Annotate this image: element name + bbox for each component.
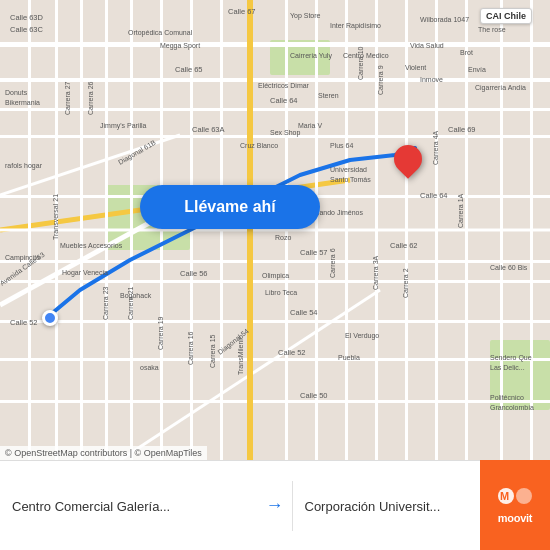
svg-text:Calle 64: Calle 64 xyxy=(420,191,448,200)
svg-text:Yop Store: Yop Store xyxy=(290,12,321,20)
svg-rect-22 xyxy=(105,0,108,460)
svg-text:Inter Rapidísimo: Inter Rapidísimo xyxy=(330,22,381,30)
svg-text:Carrera 4A: Carrera 4A xyxy=(432,130,439,165)
origin-point: Centro Comercial Galería... xyxy=(0,489,258,522)
svg-text:Calle 63C: Calle 63C xyxy=(10,25,44,34)
svg-text:Cairreria Yuly: Cairreria Yuly xyxy=(290,52,332,60)
svg-rect-36 xyxy=(530,0,533,460)
svg-text:Calle 62: Calle 62 xyxy=(390,241,418,250)
moovit-logo: M moovit xyxy=(480,460,550,550)
svg-text:Carrera 3A: Carrera 3A xyxy=(372,255,379,290)
svg-text:Wilborada 1047: Wilborada 1047 xyxy=(420,16,469,23)
end-pin xyxy=(392,145,424,185)
svg-text:Eléctricos Dimar: Eléctricos Dimar xyxy=(258,82,310,89)
svg-text:TransMilenio: TransMilenio xyxy=(237,335,244,375)
svg-text:Carrera 9: Carrera 9 xyxy=(377,65,384,95)
svg-text:Carrera 2: Carrera 2 xyxy=(402,268,409,298)
svg-text:Muebles Accesorios: Muebles Accesorios xyxy=(60,242,123,249)
svg-text:Hogar Venecia: Hogar Venecia xyxy=(62,269,108,277)
svg-text:Carrera 27: Carrera 27 xyxy=(64,81,71,115)
svg-rect-26 xyxy=(220,0,223,460)
svg-text:Calle 52: Calle 52 xyxy=(10,318,38,327)
svg-text:Libro Teca: Libro Teca xyxy=(265,289,297,296)
svg-text:El Verdugo: El Verdugo xyxy=(345,332,379,340)
svg-text:Calle 64: Calle 64 xyxy=(270,96,298,105)
svg-text:Carrera 23: Carrera 23 xyxy=(102,286,109,320)
svg-text:Cruz Blanco: Cruz Blanco xyxy=(240,142,278,149)
moovit-icon: M xyxy=(496,486,534,508)
svg-rect-24 xyxy=(160,0,163,460)
svg-text:Calle 67: Calle 67 xyxy=(228,7,256,16)
svg-text:Carrera 19: Carrera 19 xyxy=(157,316,164,350)
moovit-text: moovit xyxy=(498,512,532,524)
svg-text:Bogohack: Bogohack xyxy=(120,292,152,300)
svg-text:Calle 69: Calle 69 xyxy=(448,125,476,134)
svg-point-117 xyxy=(516,488,532,504)
svg-text:Calle 52: Calle 52 xyxy=(278,348,306,357)
svg-text:Megga Sport: Megga Sport xyxy=(160,42,200,50)
svg-text:Calle 60 Bis: Calle 60 Bis xyxy=(490,264,528,271)
origin-name: Centro Comercial Galería... xyxy=(12,499,246,514)
svg-text:Centro Medico: Centro Medico xyxy=(343,52,389,59)
svg-text:Grancolombía: Grancolombía xyxy=(490,404,534,411)
bottom-bar: Centro Comercial Galería... → Corporació… xyxy=(0,460,550,550)
svg-text:Bikermania: Bikermania xyxy=(5,99,40,106)
svg-text:Maria V: Maria V xyxy=(298,122,322,129)
svg-text:Vida Salud: Vida Salud xyxy=(410,42,444,49)
svg-text:Sendero Que: Sendero Que xyxy=(490,354,532,362)
svg-rect-30 xyxy=(345,0,348,460)
svg-text:Donuts: Donuts xyxy=(5,89,28,96)
svg-text:Calle 63D: Calle 63D xyxy=(10,13,44,22)
svg-text:Santo Tomás: Santo Tomás xyxy=(330,176,371,183)
svg-text:Puebla: Puebla xyxy=(338,354,360,361)
llevame-button[interactable]: Llévame ahí xyxy=(140,185,320,229)
svg-text:Campincito: Campincito xyxy=(5,254,40,262)
map-container: Calle 63D Calle 63C Calle 67 Calle 65 Ca… xyxy=(0,0,550,460)
svg-text:Carrera 6: Carrera 6 xyxy=(329,248,336,278)
svg-text:Brot: Brot xyxy=(460,49,473,56)
svg-text:Calle 57: Calle 57 xyxy=(300,248,328,257)
svg-rect-23 xyxy=(130,0,133,460)
svg-rect-19 xyxy=(28,0,31,460)
svg-text:Olimpica: Olimpica xyxy=(262,272,289,280)
svg-text:Carrera 15: Carrera 15 xyxy=(209,334,216,368)
svg-text:Carrera 26: Carrera 26 xyxy=(87,81,94,115)
svg-text:Inmove: Inmove xyxy=(420,76,443,83)
svg-text:Envía: Envía xyxy=(468,66,486,73)
svg-text:Cigarrería Andía: Cigarrería Andía xyxy=(475,84,526,92)
svg-text:Jimmy's Parilla: Jimmy's Parilla xyxy=(100,122,147,130)
svg-text:Calle 63A: Calle 63A xyxy=(192,125,225,134)
route-arrow-icon: → xyxy=(258,495,292,516)
svg-rect-35 xyxy=(500,0,503,460)
svg-text:osaka: osaka xyxy=(140,364,159,371)
svg-text:rafols hogar: rafols hogar xyxy=(5,162,43,170)
svg-text:Calle 50: Calle 50 xyxy=(300,391,328,400)
svg-text:Ortopédica Comunal: Ortopédica Comunal xyxy=(128,29,193,37)
svg-text:Transversal 21: Transversal 21 xyxy=(52,194,59,240)
svg-text:Calle 54: Calle 54 xyxy=(290,308,318,317)
start-pin xyxy=(42,310,58,326)
svg-text:The rose: The rose xyxy=(478,26,506,33)
svg-text:Sex Shop: Sex Shop xyxy=(270,129,300,137)
svg-text:Rozo: Rozo xyxy=(275,234,291,241)
svg-text:Carrera 16: Carrera 16 xyxy=(187,331,194,365)
svg-rect-33 xyxy=(435,0,438,460)
map-attribution: © OpenStreetMap contributors | © OpenMap… xyxy=(0,446,207,460)
svg-text:Calle 65: Calle 65 xyxy=(175,65,203,74)
svg-rect-28 xyxy=(285,0,288,460)
svg-text:Las Delic...: Las Delic... xyxy=(490,364,525,371)
svg-text:M: M xyxy=(500,490,509,502)
svg-text:Calle 56: Calle 56 xyxy=(180,269,208,278)
svg-text:Steren: Steren xyxy=(318,92,339,99)
cai-chile-label: CAI Chile xyxy=(480,8,532,24)
svg-text:Violent: Violent xyxy=(405,64,426,71)
svg-text:Carrera 1A: Carrera 1A xyxy=(457,193,464,228)
svg-text:Plus 64: Plus 64 xyxy=(330,142,353,149)
svg-text:Politécnico: Politécnico xyxy=(490,394,524,401)
svg-text:Universidad: Universidad xyxy=(330,166,367,173)
svg-rect-21 xyxy=(80,0,83,460)
